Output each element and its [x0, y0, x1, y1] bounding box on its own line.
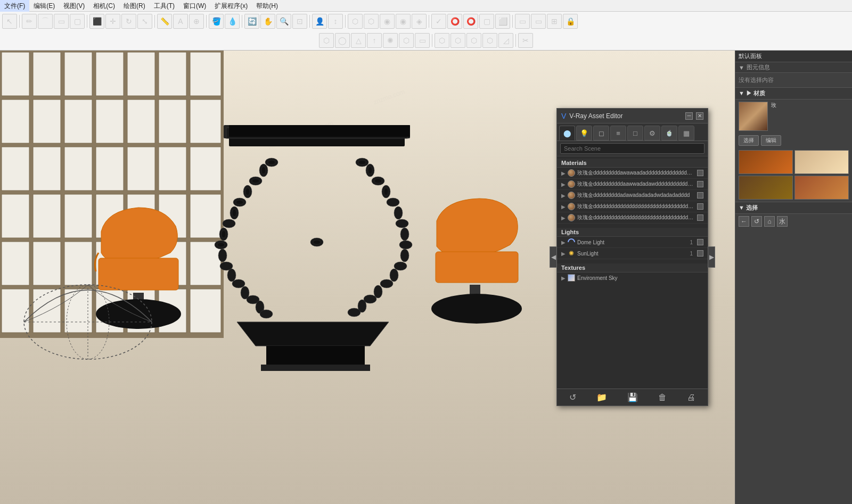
toolbar-shapes[interactable]: ▭: [54, 14, 69, 29]
material-checkbox-0[interactable]: [697, 170, 703, 176]
vray-tb10[interactable]: ⬡: [466, 33, 481, 48]
toolbar-win3[interactable]: ⊞: [547, 14, 562, 29]
vray-expand-right-arrow[interactable]: ▶: [708, 246, 715, 268]
toolbar-lock[interactable]: 🔒: [563, 14, 578, 29]
toolbar-3d2[interactable]: ⬡: [364, 14, 379, 29]
menu-edit[interactable]: 编辑(E): [29, 0, 59, 12]
texture-swatch-2[interactable]: [794, 150, 849, 174]
toolbar-orbit[interactable]: 🔄: [244, 14, 259, 29]
rdp-edit-button[interactable]: 编辑: [761, 135, 781, 146]
toolbar-zoomext[interactable]: ⊡: [292, 14, 307, 29]
texture-swatch-1[interactable]: [739, 150, 793, 174]
vray-refresh-btn[interactable]: ↺: [567, 391, 578, 403]
toolbar-push[interactable]: ⬛: [89, 14, 104, 29]
menu-draw[interactable]: 绘图(R): [119, 0, 150, 12]
rdp-select-expand[interactable]: ▼: [739, 204, 744, 211]
menu-file[interactable]: 文件(F): [0, 0, 29, 12]
tab-geometry[interactable]: ◻: [593, 126, 609, 141]
rdp-select-button[interactable]: 选择: [739, 135, 759, 146]
vray-tb6[interactable]: ⬡: [399, 33, 414, 48]
vray-tb3[interactable]: △: [351, 33, 366, 48]
vray-tb8[interactable]: ⬡: [435, 33, 449, 48]
toolbar-3d3[interactable]: ◉: [380, 14, 395, 29]
toolbar-win1[interactable]: ▭: [515, 14, 530, 29]
material-item-3[interactable]: ▶ 玫瑰金ddddddddddddddddddddddddddddddddddd…: [557, 201, 708, 212]
toolbar-pan[interactable]: ✋: [260, 14, 275, 29]
toolbar-text[interactable]: A: [173, 14, 188, 29]
texture-swatch-4[interactable]: [794, 176, 849, 200]
search-input[interactable]: [560, 143, 704, 154]
menu-window[interactable]: 窗口(W): [179, 0, 210, 12]
toolbar-styles2[interactable]: ⭕: [447, 14, 462, 29]
toolbar-sample[interactable]: 💧: [225, 14, 240, 29]
vray-tb7[interactable]: ▭: [415, 33, 430, 48]
rdp-home-btn[interactable]: ⌂: [764, 216, 775, 227]
vray-tb2[interactable]: ◯: [335, 33, 350, 48]
vray-print-btn[interactable]: 🖨: [685, 392, 698, 403]
vray-open-btn[interactable]: 📁: [594, 391, 609, 403]
tab-grid[interactable]: ▦: [678, 126, 694, 141]
toolbar-zoom[interactable]: 🔍: [276, 14, 291, 29]
toolbar-styles4[interactable]: ▢: [479, 14, 494, 29]
vray-tb5[interactable]: ✺: [383, 33, 398, 48]
toolbar-select[interactable]: ↖: [2, 14, 17, 29]
menu-help[interactable]: 帮助(H): [252, 0, 282, 12]
material-checkbox-2[interactable]: [697, 192, 703, 199]
material-checkbox-1[interactable]: [697, 181, 703, 187]
toolbar-paint[interactable]: 🪣: [209, 14, 224, 29]
rdp-back-btn[interactable]: ←: [739, 216, 749, 227]
menu-extensions[interactable]: 扩展程序(x): [210, 0, 252, 12]
material-item-1[interactable]: ▶ 玫瑰金ddddddddddaawwadadawddddddddddddddd…: [557, 179, 708, 190]
rdp-material-expand[interactable]: ▼: [739, 90, 744, 96]
vray-close-btn[interactable]: ✕: [696, 112, 703, 120]
vray-tb11[interactable]: ⬡: [482, 33, 497, 48]
vray-tb4[interactable]: ↑: [367, 33, 382, 48]
toolbar-tape[interactable]: 📏: [157, 14, 172, 29]
sun-light-item[interactable]: ▶ ✺ SunLight 1: [557, 248, 708, 259]
vray-save-btn[interactable]: 💾: [625, 391, 640, 403]
toolbar-3d5[interactable]: ◈: [412, 14, 427, 29]
tab-lights[interactable]: 💡: [576, 126, 592, 141]
vray-delete-btn[interactable]: 🗑: [656, 392, 669, 403]
menu-tools[interactable]: 工具(T): [150, 0, 179, 12]
tab-render-output[interactable]: □: [627, 126, 643, 141]
vray-tb1[interactable]: ⬡: [319, 33, 334, 48]
vray-tb9[interactable]: ⬡: [450, 33, 465, 48]
toolbar-person2[interactable]: ↕: [328, 14, 343, 29]
rdp-collapse-icon[interactable]: ▼: [739, 64, 744, 71]
toolbar-axes[interactable]: ⊕: [189, 14, 204, 29]
tab-settings[interactable]: ⚙: [644, 126, 660, 141]
toolbar-styles3[interactable]: ⭕: [463, 14, 478, 29]
material-checkbox-4[interactable]: [697, 214, 703, 221]
tab-layers[interactable]: ≡: [610, 126, 626, 141]
vray-collapse-arrow[interactable]: ◀: [550, 246, 557, 268]
tab-teapot[interactable]: 🍵: [661, 126, 677, 141]
vray-tb13[interactable]: ✂: [518, 33, 533, 48]
toolbar-pencil[interactable]: ✏: [22, 14, 37, 29]
texture-swatch-3[interactable]: [739, 176, 793, 200]
toolbar-shape2[interactable]: ▢: [70, 14, 85, 29]
menu-view[interactable]: 视图(V): [59, 0, 89, 12]
toolbar-move[interactable]: ✛: [105, 14, 120, 29]
toolbar-arc[interactable]: ⌒: [38, 14, 53, 29]
rdp-extra-btn[interactable]: 水: [777, 216, 788, 227]
rdp-refresh-btn[interactable]: ↺: [751, 216, 762, 227]
material-checkbox-3[interactable]: [697, 203, 703, 210]
toolbar-scale[interactable]: ⤡: [137, 14, 152, 29]
vray-minimize-btn[interactable]: ─: [685, 112, 693, 120]
dome-light-item[interactable]: ▶ Dome Light 1: [557, 237, 708, 248]
toolbar-person[interactable]: 👤: [312, 14, 327, 29]
toolbar-styles5[interactable]: ⬜: [495, 14, 510, 29]
toolbar-3d1[interactable]: ⬡: [348, 14, 363, 29]
toolbar-rotate[interactable]: ↻: [121, 14, 136, 29]
menu-camera[interactable]: 相机(C): [89, 0, 119, 12]
env-sky-item[interactable]: ▶ Environment Sky: [557, 272, 708, 283]
sun-light-checkbox[interactable]: [697, 250, 703, 257]
toolbar-3d4[interactable]: ◉: [396, 14, 411, 29]
viewport[interactable]: znzmo.com 知末网 www.znzmo.com znzmo.com: [0, 51, 852, 504]
vray-tb12[interactable]: ◿: [498, 33, 513, 48]
toolbar-styles1[interactable]: ✓: [431, 14, 446, 29]
material-item-0[interactable]: ▶ 玫瑰金dddddddddawawaadaddddddddddddddddd.…: [557, 168, 708, 179]
material-item-2[interactable]: ▶ 玫瑰金dddddddddadawadadadadwdadadadddd: [557, 190, 708, 201]
material-item-4[interactable]: ▶ 玫瑰金ddddddddddddddddddddddddddddddddddd…: [557, 212, 708, 224]
